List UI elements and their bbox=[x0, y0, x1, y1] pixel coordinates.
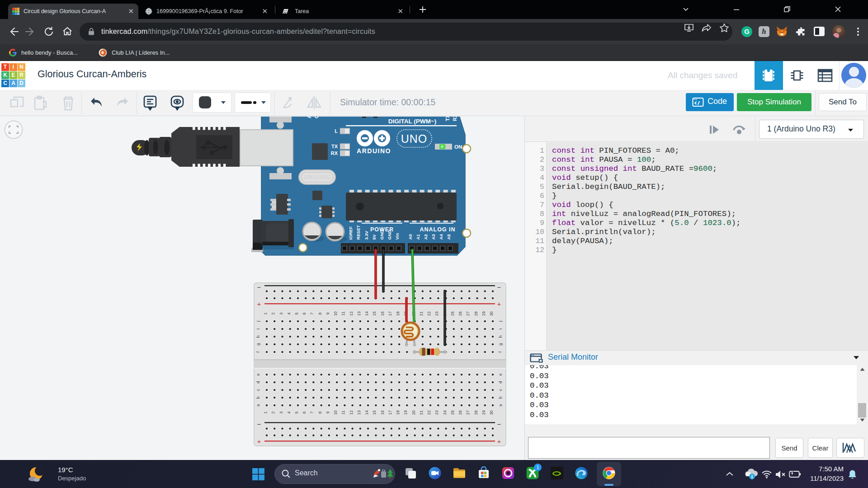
svg-text:UNO: UNO bbox=[401, 132, 428, 145]
svg-text:10: 10 bbox=[333, 410, 338, 415]
svg-text:e: e bbox=[256, 373, 260, 375]
svg-text:AR: AR bbox=[307, 117, 312, 118]
svg-text:21: 21 bbox=[419, 311, 424, 316]
svg-text:A5: A5 bbox=[446, 234, 451, 240]
svg-text:16: 16 bbox=[380, 311, 385, 316]
svg-text:15: 15 bbox=[372, 410, 377, 415]
svg-text:a: a bbox=[498, 404, 503, 406]
svg-text:30: 30 bbox=[489, 311, 494, 316]
svg-text:12: 12 bbox=[349, 410, 354, 415]
svg-text:4: 4 bbox=[287, 411, 291, 413]
svg-text:A4: A4 bbox=[439, 234, 443, 240]
svg-text:A0: A0 bbox=[408, 234, 413, 239]
svg-text:DIGITAL (PWM~): DIGITAL (PWM~) bbox=[388, 118, 436, 125]
svg-text:23: 23 bbox=[434, 311, 439, 316]
svg-text:5V: 5V bbox=[372, 234, 377, 239]
svg-text:ARDUINO: ARDUINO bbox=[357, 147, 391, 155]
svg-text:25: 25 bbox=[450, 410, 455, 415]
svg-text:RX: RX bbox=[452, 117, 458, 121]
svg-text:6: 6 bbox=[302, 411, 307, 413]
svg-text:ON: ON bbox=[454, 144, 462, 150]
svg-text:5: 5 bbox=[294, 312, 299, 314]
svg-text:RESET: RESET bbox=[356, 225, 361, 239]
svg-text:19: 19 bbox=[403, 410, 408, 415]
svg-text:Vin: Vin bbox=[395, 233, 400, 240]
svg-text:23: 23 bbox=[434, 410, 439, 415]
svg-text:e: e bbox=[498, 373, 503, 375]
svg-text:1: 1 bbox=[263, 312, 268, 314]
svg-text:24: 24 bbox=[443, 410, 447, 415]
svg-text:7: 7 bbox=[310, 312, 314, 314]
svg-text:30: 30 bbox=[489, 410, 494, 415]
svg-text:−: − bbox=[497, 283, 501, 291]
svg-text:9: 9 bbox=[326, 411, 330, 413]
svg-text:c: c bbox=[256, 389, 260, 391]
svg-text:+: + bbox=[257, 300, 261, 308]
svg-text:−: − bbox=[257, 420, 261, 428]
svg-text:ANALOG IN: ANALOG IN bbox=[420, 226, 455, 233]
svg-text:h: h bbox=[498, 335, 503, 338]
svg-text:d: d bbox=[498, 381, 503, 383]
svg-text:27: 27 bbox=[466, 410, 470, 415]
svg-text:L: L bbox=[335, 128, 338, 134]
svg-text:8: 8 bbox=[318, 312, 322, 314]
svg-text:12: 12 bbox=[349, 311, 354, 316]
svg-text:+: + bbox=[497, 300, 501, 308]
svg-text:j: j bbox=[256, 321, 260, 322]
svg-text:GN: GN bbox=[314, 117, 319, 118]
svg-text:28: 28 bbox=[474, 410, 478, 415]
svg-text:c: c bbox=[498, 389, 503, 391]
svg-text:14: 14 bbox=[364, 410, 369, 415]
svg-text:h: h bbox=[256, 335, 260, 338]
svg-text:9: 9 bbox=[326, 312, 330, 314]
svg-text:RX: RX bbox=[331, 150, 338, 156]
svg-text:1: 1 bbox=[263, 411, 268, 413]
svg-text:SPK16.000G: SPK16.000G bbox=[304, 175, 330, 180]
svg-text:15: 15 bbox=[372, 311, 377, 316]
svg-text:3: 3 bbox=[279, 312, 283, 314]
svg-text:g: g bbox=[256, 343, 260, 345]
svg-text:16: 16 bbox=[380, 410, 385, 415]
svg-text:5: 5 bbox=[294, 411, 299, 413]
svg-text:22: 22 bbox=[427, 311, 431, 316]
svg-text:j: j bbox=[498, 321, 503, 322]
svg-text:6: 6 bbox=[302, 312, 307, 314]
svg-text:+: + bbox=[257, 437, 261, 445]
svg-text:IOREF: IOREF bbox=[348, 226, 353, 239]
svg-text:13: 13 bbox=[357, 410, 361, 415]
svg-text:4: 4 bbox=[287, 312, 291, 314]
svg-text:14: 14 bbox=[364, 311, 369, 316]
svg-text:b: b bbox=[498, 396, 503, 399]
svg-text:25: 25 bbox=[450, 311, 455, 316]
svg-text:TX: TX bbox=[331, 144, 338, 149]
svg-text:27: 27 bbox=[466, 311, 470, 316]
svg-text:26: 26 bbox=[458, 410, 462, 415]
svg-text:18: 18 bbox=[396, 311, 400, 316]
svg-text:TX: TX bbox=[445, 117, 450, 121]
svg-text:20: 20 bbox=[411, 410, 416, 415]
svg-text:+: + bbox=[497, 437, 501, 445]
svg-text:A2: A2 bbox=[423, 234, 428, 239]
svg-text:11: 11 bbox=[341, 410, 345, 414]
svg-text:21: 21 bbox=[419, 410, 424, 415]
svg-text:29: 29 bbox=[481, 410, 486, 415]
svg-text:13: 13 bbox=[357, 311, 361, 316]
svg-text:29: 29 bbox=[481, 311, 486, 316]
svg-text:3.3V: 3.3V bbox=[364, 230, 369, 239]
svg-text:10: 10 bbox=[333, 311, 338, 316]
svg-text:26: 26 bbox=[458, 311, 462, 316]
svg-text:A3: A3 bbox=[431, 234, 436, 239]
svg-text:11: 11 bbox=[341, 311, 345, 315]
svg-text:i: i bbox=[256, 328, 260, 329]
svg-text:28: 28 bbox=[474, 311, 478, 316]
svg-text:g: g bbox=[498, 343, 503, 345]
svg-text:17: 17 bbox=[388, 410, 392, 415]
svg-text:22: 22 bbox=[427, 410, 431, 415]
svg-text:8: 8 bbox=[318, 411, 322, 413]
svg-text:i: i bbox=[498, 328, 503, 329]
svg-text:GND: GND bbox=[379, 230, 384, 239]
svg-text:3: 3 bbox=[279, 411, 283, 413]
svg-text:2: 2 bbox=[271, 312, 275, 314]
svg-text:−: − bbox=[497, 420, 501, 428]
svg-text:18: 18 bbox=[396, 410, 400, 415]
